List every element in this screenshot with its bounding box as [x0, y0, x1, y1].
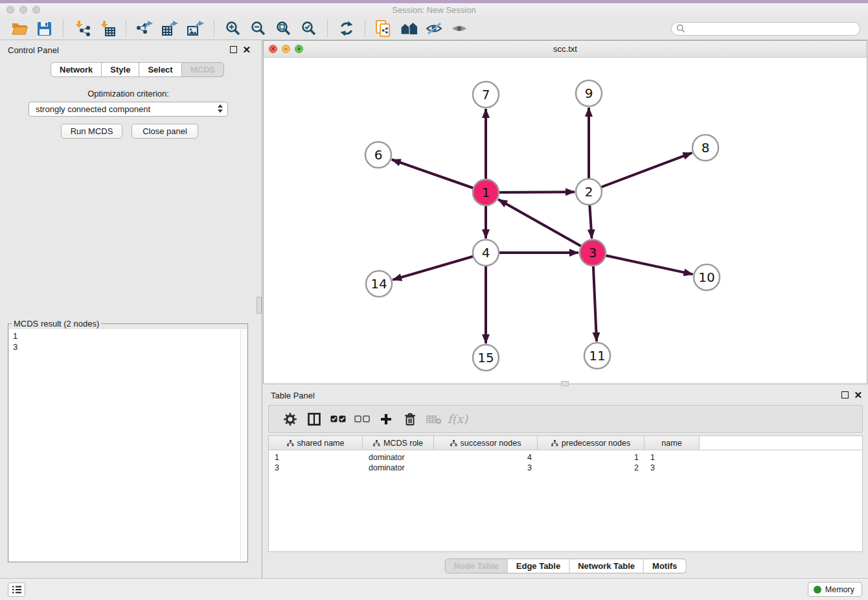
column-header-predecessor-nodes[interactable]: predecessor nodes: [538, 436, 645, 450]
close-table-panel-icon[interactable]: ✕: [854, 391, 862, 398]
memory-button[interactable]: Memory: [808, 582, 862, 597]
search-field[interactable]: [671, 22, 860, 36]
column-header-name[interactable]: name: [645, 436, 700, 450]
duplicate-network-icon[interactable]: [374, 19, 394, 38]
column-type-icon: [551, 440, 558, 446]
select-all-checkboxes-icon[interactable]: [326, 415, 350, 422]
table-cell[interactable]: 3: [269, 463, 363, 473]
refresh-icon[interactable]: [336, 19, 356, 38]
open-session-icon[interactable]: [9, 19, 29, 38]
dropdown-stepper-icon: [218, 104, 223, 113]
table-tab-edge-table[interactable]: Edge Table: [508, 559, 569, 573]
edge-3-10[interactable]: [593, 253, 692, 274]
memory-label: Memory: [825, 585, 854, 594]
task-history-button[interactable]: [8, 583, 25, 597]
add-row-icon[interactable]: [374, 413, 398, 425]
table-cell[interactable]: 3: [434, 463, 538, 473]
zoom-in-icon[interactable]: [223, 19, 243, 38]
zoom-selected-icon[interactable]: [299, 19, 319, 38]
column-header-shared-name[interactable]: shared name: [269, 436, 363, 450]
network-canvas[interactable]: 7968124314101511: [264, 57, 867, 384]
split-panel-icon[interactable]: [302, 413, 326, 426]
table-tab-node-table[interactable]: Node Table: [445, 559, 508, 573]
edge-3-1[interactable]: [498, 200, 593, 253]
float-panel-icon[interactable]: [230, 46, 237, 53]
run-mcds-button[interactable]: Run MCDS: [61, 124, 122, 139]
table-header-row: shared nameMCDS rolesuccessor nodesprede…: [269, 436, 862, 450]
search-input[interactable]: [685, 23, 860, 35]
header-filler: [700, 436, 862, 450]
memory-status-icon: [814, 586, 821, 594]
zoom-fit-icon[interactable]: [273, 19, 293, 38]
table-tabs: Node TableEdge TableNetwork TableMotifs: [445, 559, 687, 573]
export-table-icon[interactable]: [160, 19, 180, 38]
export-image-icon[interactable]: [185, 19, 205, 38]
tab-network[interactable]: Network: [51, 62, 102, 77]
column-type-icon: [450, 440, 457, 446]
node-label-4: 4: [482, 245, 490, 260]
float-table-panel-icon[interactable]: [841, 391, 849, 398]
node-label-6: 6: [374, 147, 383, 163]
tab-mcds[interactable]: MCDS: [182, 62, 224, 77]
horizontal-splitter-handle[interactable]: [561, 381, 569, 386]
table-row[interactable]: 3dominator323: [269, 463, 862, 473]
column-label: MCDS role: [383, 439, 423, 448]
edge-4-14[interactable]: [393, 253, 486, 280]
app-titlebar: Session: New Session: [0, 3, 868, 17]
import-table-icon[interactable]: [97, 19, 117, 38]
table-settings-icon[interactable]: [278, 413, 302, 426]
zoom-out-icon[interactable]: [248, 19, 268, 38]
node-label-2: 2: [585, 184, 593, 200]
optimization-dropdown[interactable]: strongly connected component: [29, 102, 228, 117]
table-cell[interactable]: 1: [645, 452, 700, 463]
table-tab-network-table[interactable]: Network Table: [569, 559, 644, 573]
first-neighbors-icon[interactable]: [399, 19, 419, 38]
table-cell[interactable]: 1: [538, 452, 645, 463]
toolbar-separator: [365, 20, 365, 37]
network-window-titlebar: × − + scc.txt: [264, 41, 867, 58]
export-network-icon[interactable]: [135, 19, 155, 38]
node-label-1: 1: [482, 185, 490, 200]
save-session-icon[interactable]: [34, 19, 54, 38]
table-row[interactable]: 1dominator411: [269, 452, 862, 463]
import-network-icon[interactable]: [72, 19, 92, 38]
close-panel-icon[interactable]: ✕: [242, 46, 251, 53]
result-line: 1: [13, 330, 247, 341]
toolbar-separator: [214, 20, 214, 37]
close-panel-button[interactable]: Close panel: [131, 124, 198, 139]
show-all-icon[interactable]: [450, 19, 470, 38]
tab-style[interactable]: Style: [102, 62, 139, 77]
table-cell[interactable]: 4: [434, 452, 538, 463]
optimization-label: Optimization criterion:: [0, 89, 257, 98]
result-scrollbar[interactable]: [240, 330, 246, 560]
table-cell[interactable]: 1: [269, 452, 363, 463]
table-panel: Table Panel ✕ f(x) shared nameMCDS roles…: [263, 386, 868, 577]
node-label-10: 10: [698, 270, 714, 285]
edge-2-8[interactable]: [589, 153, 692, 192]
column-header-MCDS-role[interactable]: MCDS role: [363, 436, 434, 450]
hide-selected-icon[interactable]: [424, 19, 444, 38]
edge-1-6[interactable]: [392, 159, 486, 192]
column-label: shared name: [297, 439, 345, 448]
table-cell[interactable]: 3: [645, 463, 700, 473]
table-tab-motifs[interactable]: Motifs: [644, 559, 686, 573]
table-cell[interactable]: dominator: [363, 463, 434, 473]
column-label: name: [661, 439, 681, 448]
deselect-all-checkboxes-icon[interactable]: [350, 415, 374, 422]
app-title: Session: New Session: [0, 3, 868, 17]
search-icon: [676, 24, 685, 33]
node-label-9: 9: [585, 86, 593, 101]
mcds-result-title: MCDS result (2 nodes): [12, 319, 101, 329]
vertical-splitter-handle[interactable]: [257, 297, 262, 314]
delete-table-icon: [422, 414, 446, 424]
delete-row-icon[interactable]: [398, 413, 422, 426]
column-header-successor-nodes[interactable]: successor nodes: [434, 436, 538, 450]
result-line: 3: [13, 341, 247, 352]
control-panel-tabs: NetworkStyleSelectMCDS: [51, 62, 224, 77]
table-cell[interactable]: dominator: [363, 452, 434, 463]
table-cell[interactable]: 2: [538, 463, 645, 473]
network-window-title: scc.txt: [264, 41, 867, 57]
tab-select[interactable]: Select: [139, 62, 181, 77]
node-label-15: 15: [477, 350, 494, 365]
column-type-icon: [373, 440, 380, 446]
